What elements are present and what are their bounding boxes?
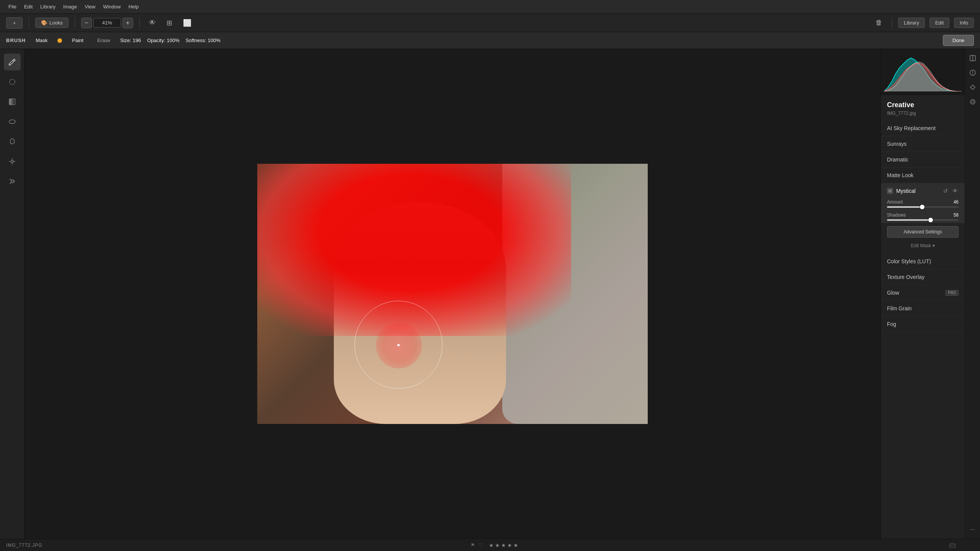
film-grain-label: Film Grain — [887, 305, 959, 311]
edit-button[interactable]: Edit — [929, 18, 949, 28]
toolbar-separator-2 — [75, 18, 75, 28]
svg-point-14 — [970, 99, 975, 104]
histogram-area — [881, 49, 965, 95]
menu-edit[interactable]: Edit — [20, 2, 36, 11]
panel-item-sunrays[interactable]: Sunrays — [881, 136, 965, 152]
add-button[interactable]: ＋ — [6, 17, 23, 29]
eye-toggle-button[interactable]: 👁 — [146, 17, 159, 28]
amount-label: Amount — [887, 199, 903, 205]
brush-tool[interactable] — [4, 54, 21, 70]
svg-point-13 — [972, 73, 973, 74]
ai-sky-label: AI Sky Replacement — [887, 125, 959, 131]
status-heart-icon: ♡ — [478, 542, 483, 548]
lasso-tool[interactable] — [4, 133, 21, 150]
menu-view[interactable]: View — [81, 2, 99, 11]
mask-color-indicator — [57, 38, 62, 43]
radial-tool[interactable] — [4, 113, 21, 130]
photo-container — [257, 164, 648, 424]
zoom-minus-button[interactable]: − — [81, 18, 92, 28]
menu-file[interactable]: File — [5, 2, 20, 11]
compare-button[interactable]: ⊞ — [163, 17, 175, 29]
erase-tab[interactable]: Erase — [93, 36, 114, 45]
status-filename: IMG_7772.JPG — [6, 543, 42, 548]
panel-item-color-styles[interactable]: Color Styles (LUT) — [881, 254, 965, 269]
amount-slider-row: Amount 46 — [881, 197, 965, 210]
basket-button[interactable]: 🗑 — [872, 17, 885, 28]
info-button[interactable]: Info — [954, 18, 974, 28]
star-2[interactable]: ★ — [495, 542, 500, 548]
mystical-active-header[interactable]: M Mystical ↺ 👁 — [881, 183, 965, 197]
gradient-tool[interactable] — [4, 93, 21, 110]
star-3[interactable]: ★ — [501, 542, 506, 548]
plus-icon: ＋ — [12, 20, 17, 26]
shadows-slider-thumb[interactable] — [928, 218, 933, 222]
star-5[interactable]: ★ — [513, 542, 518, 548]
fog-label: Fog — [887, 321, 959, 327]
select-tool[interactable] — [4, 73, 21, 90]
dramatic-label: Dramatic — [887, 156, 959, 163]
texture-overlay-label: Texture Overlay — [887, 274, 959, 280]
matte-look-label: Matte Look — [887, 172, 959, 178]
status-info-button[interactable] — [946, 539, 959, 551]
shadows-slider-fill — [887, 219, 928, 221]
shadows-slider-row: Shadows 58 — [881, 210, 965, 223]
star-1[interactable]: ★ — [489, 542, 494, 548]
left-sidebar — [0, 49, 24, 539]
library-button[interactable]: Library — [898, 18, 925, 28]
edit-mask-button[interactable]: Edit Mask ▾ — [887, 241, 959, 251]
canvas-area[interactable] — [24, 49, 880, 539]
panel-item-fog[interactable]: Fog — [881, 316, 965, 332]
menu-library[interactable]: Library — [36, 2, 59, 11]
right-panel: Creative IMG_7772.jpg AI Sky Replacement… — [880, 49, 965, 539]
mystical-reset-button[interactable]: ↺ — [942, 187, 949, 195]
looks-button[interactable]: 🎨 Looks — [35, 18, 69, 28]
shadows-value: 58 — [954, 212, 959, 218]
amount-slider-thumb[interactable] — [920, 205, 924, 209]
star-rating[interactable]: ★ ★ ★ ★ ★ — [489, 542, 518, 548]
menu-image[interactable]: Image — [59, 2, 81, 11]
crop-button[interactable]: ⬜ — [180, 17, 194, 29]
photo-canvas — [257, 164, 648, 424]
mask-bar: BRUSH Mask Paint Erase Size: 196 Opacity… — [0, 32, 980, 49]
size-param: Size: 196 — [120, 37, 141, 43]
shadows-label: Shadows — [887, 212, 906, 218]
zoom-display: 41% — [93, 18, 121, 28]
panel-item-film-grain[interactable]: Film Grain — [881, 301, 965, 316]
panel-item-matte-look[interactable]: Matte Look — [881, 168, 965, 183]
panel-toggle-button-1[interactable] — [967, 52, 979, 64]
main-layout: Creative IMG_7772.jpg AI Sky Replacement… — [0, 49, 980, 539]
brush-label: BRUSH — [6, 37, 26, 43]
svg-point-7 — [11, 160, 13, 163]
svg-point-15 — [972, 101, 974, 103]
opacity-param: Opacity: 100% — [147, 37, 180, 43]
panel-item-glow[interactable]: Glow PRO — [881, 285, 965, 301]
done-button[interactable]: Done — [943, 35, 974, 46]
smart-select-tool[interactable] — [4, 173, 21, 190]
svg-rect-16 — [950, 544, 955, 548]
menu-window[interactable]: Window — [99, 2, 124, 11]
panel-toggle-button-2[interactable] — [967, 67, 979, 79]
menu-help[interactable]: Help — [124, 2, 142, 11]
panel-toggle-button-3[interactable] — [967, 81, 979, 93]
mystical-icon: M — [887, 188, 893, 194]
panel-item-dramatic[interactable]: Dramatic — [881, 152, 965, 168]
toolbar-separator-3 — [139, 18, 140, 28]
mystical-active-label: Mystical — [896, 188, 939, 194]
zoom-plus-button[interactable]: + — [122, 18, 133, 28]
advanced-settings-button[interactable]: Advanced Settings — [887, 226, 959, 238]
paint-tab[interactable]: Paint — [68, 36, 87, 45]
more-options-button[interactable]: ··· — [967, 523, 979, 536]
mask-tab[interactable]: Mask — [32, 36, 51, 45]
panel-toggle-button-4[interactable] — [967, 96, 979, 108]
shadows-slider-track[interactable] — [887, 219, 959, 221]
softness-param: Softness: 100% — [186, 37, 220, 43]
status-icons: ⚑ ♡ — [470, 542, 483, 548]
magic-wand-tool[interactable] — [4, 153, 21, 170]
svg-rect-1 — [9, 99, 15, 105]
panel-item-ai-sky[interactable]: AI Sky Replacement — [881, 121, 965, 136]
status-bar: IMG_7772.JPG ⚑ ♡ ★ ★ ★ ★ ★ — [0, 539, 980, 551]
mystical-eye-button[interactable]: 👁 — [952, 187, 959, 195]
star-4[interactable]: ★ — [507, 542, 512, 548]
amount-slider-track[interactable] — [887, 206, 959, 208]
panel-item-texture-overlay[interactable]: Texture Overlay — [881, 269, 965, 285]
